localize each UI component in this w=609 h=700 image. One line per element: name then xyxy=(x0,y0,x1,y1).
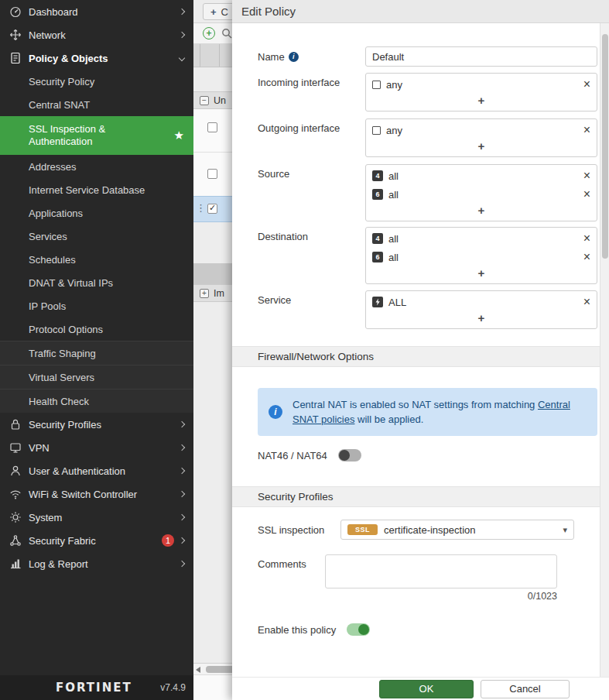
sidebar-item-virtual-servers[interactable]: Virtual Servers xyxy=(0,365,193,389)
sidebar-item-schedules[interactable]: Schedules xyxy=(0,248,193,271)
dashboard-icon xyxy=(9,5,22,18)
sidebar-item-security-policy[interactable]: Security Policy xyxy=(0,70,193,93)
row-checkbox[interactable] xyxy=(207,122,217,132)
sidebar-item-internet-service-database[interactable]: Internet Service Database xyxy=(0,178,193,201)
remove-icon[interactable]: × xyxy=(583,188,590,201)
fortinet-logo: FORTINET xyxy=(56,681,132,695)
sidebar-item-label: Addresses xyxy=(29,161,76,173)
remove-icon[interactable]: × xyxy=(583,124,590,136)
star-icon[interactable]: ★ xyxy=(174,129,184,142)
enable-policy-toggle[interactable] xyxy=(347,623,370,636)
remove-icon[interactable]: × xyxy=(583,170,590,182)
plus-icon: + xyxy=(210,6,217,18)
sidebar-item-label: Traffic Shaping xyxy=(29,348,96,359)
sidebar-item-label: Internet Service Database xyxy=(29,184,145,196)
add-entry-button[interactable]: + xyxy=(372,204,590,219)
remove-icon[interactable]: × xyxy=(583,251,590,263)
sidebar-item-applications[interactable]: Applications xyxy=(0,201,193,225)
ssl-inspection-label: SSL inspection xyxy=(258,524,340,536)
address-entry[interactable]: 6 all × xyxy=(372,248,590,266)
sidebar-item-policy-objects[interactable]: Policy & Objects xyxy=(0,46,193,70)
address-entry[interactable]: 4 all × xyxy=(372,166,590,185)
service-all-icon xyxy=(372,297,383,307)
info-icon[interactable]: i xyxy=(289,52,299,62)
comments-textarea[interactable] xyxy=(325,554,557,588)
destination-box: 4 all × 6 all × + xyxy=(365,227,597,284)
sidebar-item-ssl-inspection-authentication[interactable]: SSL Inspection & Authentication ★ xyxy=(0,116,193,155)
sidebar-item-wifi-switch-controller[interactable]: WiFi & Switch Controller xyxy=(0,482,193,506)
sidebar-item-dnat-virtual-ips[interactable]: DNAT & Virtual IPs xyxy=(0,271,193,294)
add-entry-button[interactable]: + xyxy=(372,266,590,282)
interface-entry[interactable]: any × xyxy=(372,75,590,94)
sidebar-item-ip-pools[interactable]: IP Pools xyxy=(0,294,193,317)
chevron-wrap xyxy=(180,492,184,496)
sidebar-item-health-check[interactable]: Health Check xyxy=(0,389,193,413)
name-input[interactable] xyxy=(365,46,597,67)
add-entry-button[interactable]: + xyxy=(372,311,590,327)
ipv4-icon: 4 xyxy=(372,170,383,181)
sidebar-item-security-profiles[interactable]: Security Profiles xyxy=(0,413,193,436)
nat46-toggle[interactable] xyxy=(338,449,361,462)
vertical-scrollbar[interactable] xyxy=(600,23,609,677)
user-icon xyxy=(9,465,22,477)
row-checkbox[interactable] xyxy=(207,169,217,179)
sidebar-item-traffic-shaping[interactable]: Traffic Shaping xyxy=(0,341,193,365)
address-entry[interactable]: 4 all × xyxy=(372,229,590,248)
sidebar-item-protocol-options[interactable]: Protocol Options xyxy=(0,317,193,341)
sidebar-item-services[interactable]: Services xyxy=(0,225,193,248)
sidebar-item-dashboard[interactable]: Dashboard xyxy=(0,0,193,23)
entry-label: all xyxy=(388,189,399,201)
sidebar-item-label: Log & Report xyxy=(29,558,88,570)
remove-icon[interactable]: × xyxy=(583,296,590,308)
ssl-badge: SSL xyxy=(347,524,378,535)
add-entry-button[interactable]: + xyxy=(372,94,590,109)
address-entry[interactable]: 6 all × xyxy=(372,185,590,204)
row-checkbox-checked[interactable] xyxy=(207,204,217,214)
sidebar-item-label: Policy & Objects xyxy=(29,53,108,64)
outgoing-interface-label: Outgoing interface xyxy=(258,118,365,134)
sidebar-item-network[interactable]: Network xyxy=(0,23,193,46)
sidebar-item-label: Protocol Options xyxy=(29,324,103,335)
alert-text-after: will be applied. xyxy=(354,413,423,425)
create-new-button[interactable]: +C xyxy=(203,3,236,20)
service-entry[interactable]: ALL × xyxy=(372,293,590,311)
section-title: Security Profiles xyxy=(258,491,334,503)
search-icon[interactable] xyxy=(221,28,232,39)
collapse-icon[interactable]: − xyxy=(200,96,209,105)
chevron-wrap: 1 xyxy=(162,534,184,547)
alert-text: Central NAT is enabled so NAT settings f… xyxy=(293,397,587,427)
sidebar-item-central-snat[interactable]: Central SNAT xyxy=(0,93,193,116)
sidebar-item-label: Services xyxy=(29,231,67,242)
sidebar-item-user-authentication[interactable]: User & Authentication xyxy=(0,459,193,482)
destination-row: Destination 4 all × 6 all × + xyxy=(258,227,600,284)
expand-icon[interactable]: + xyxy=(200,289,209,298)
sidebar-item-label: Health Check xyxy=(29,396,89,407)
interface-icon xyxy=(372,126,381,135)
policy-objects-icon xyxy=(9,52,22,64)
scroll-left-arrow-icon[interactable] xyxy=(196,667,200,673)
add-filter-icon[interactable]: + xyxy=(203,27,215,39)
sidebar-item-label: DNAT & Virtual IPs xyxy=(29,277,113,289)
firmware-version: v7.4.9 xyxy=(160,682,186,693)
remove-icon[interactable]: × xyxy=(583,78,590,91)
add-entry-button[interactable]: + xyxy=(372,139,590,155)
group-label: Im xyxy=(214,288,224,299)
comments-field: 0/1023 xyxy=(325,554,557,602)
chevron-wrap xyxy=(180,9,184,14)
outgoing-interface-box: any × + xyxy=(365,118,597,157)
sidebar-item-system[interactable]: System xyxy=(0,506,193,529)
nat46-label: NAT46 / NAT64 xyxy=(258,450,327,462)
ipv4-icon: 4 xyxy=(372,233,383,244)
ssl-inspection-select[interactable]: SSL certificate-inspection ▾ xyxy=(340,520,574,540)
sidebar-item-security-fabric[interactable]: Security Fabric 1 xyxy=(0,529,193,552)
chevron-right-icon xyxy=(179,9,185,15)
sidebar-item-log-report[interactable]: Log & Report xyxy=(0,552,193,575)
sidebar-item-label: Dashboard xyxy=(29,6,78,18)
sidebar-item-vpn[interactable]: VPN xyxy=(0,436,193,459)
cancel-button[interactable]: Cancel xyxy=(481,680,570,698)
sidebar-item-addresses[interactable]: Addresses xyxy=(0,155,193,178)
remove-icon[interactable]: × xyxy=(583,232,590,245)
vertical-scrollbar-thumb[interactable] xyxy=(602,34,608,259)
ok-button[interactable]: OK xyxy=(379,680,474,698)
interface-entry[interactable]: any × xyxy=(372,121,590,139)
